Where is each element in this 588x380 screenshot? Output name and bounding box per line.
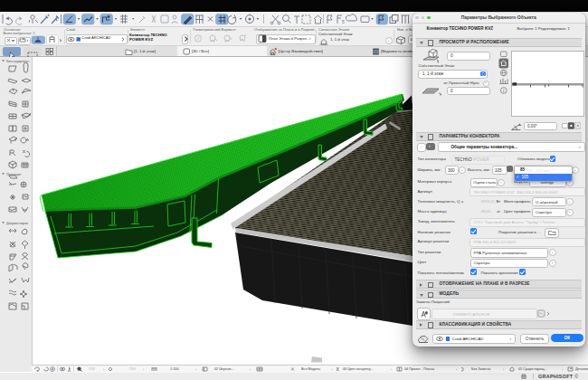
svg-text:1:100: 1:100 (170, 367, 179, 371)
svg-text:01 Существующ...: 01 Существующ... (518, 367, 547, 371)
svg-text:04 Проект - Планы: 04 Проект - Планы (404, 367, 434, 371)
svg-text:Без Замены: Без Замены (471, 367, 491, 371)
svg-text:›: › (331, 368, 333, 372)
svg-text:›: › (250, 368, 251, 372)
svg-text:›: › (456, 368, 458, 372)
svg-text:›: › (562, 368, 564, 372)
svg-text:›: › (195, 368, 197, 372)
svg-text:П03: П03 (129, 367, 136, 371)
svg-text:00 Цвет концепту...: 00 Цвет концепту... (343, 367, 374, 371)
svg-text:Документиров: Документиров (6, 222, 28, 225)
svg-text:›: › (391, 368, 393, 372)
svg-text:5: 5 (342, 19, 345, 24)
svg-text:02 Чернов...: 02 Чернов... (214, 367, 233, 371)
svg-text:Детализированн...: Детализированн... (575, 367, 588, 371)
svg-text:Вся Модель: Вся Модель (301, 367, 320, 371)
svg-text:›: › (143, 368, 145, 372)
svg-text:П03: П03 (89, 367, 95, 371)
svg-text:›: › (503, 368, 505, 372)
svg-text:›: › (103, 368, 105, 372)
